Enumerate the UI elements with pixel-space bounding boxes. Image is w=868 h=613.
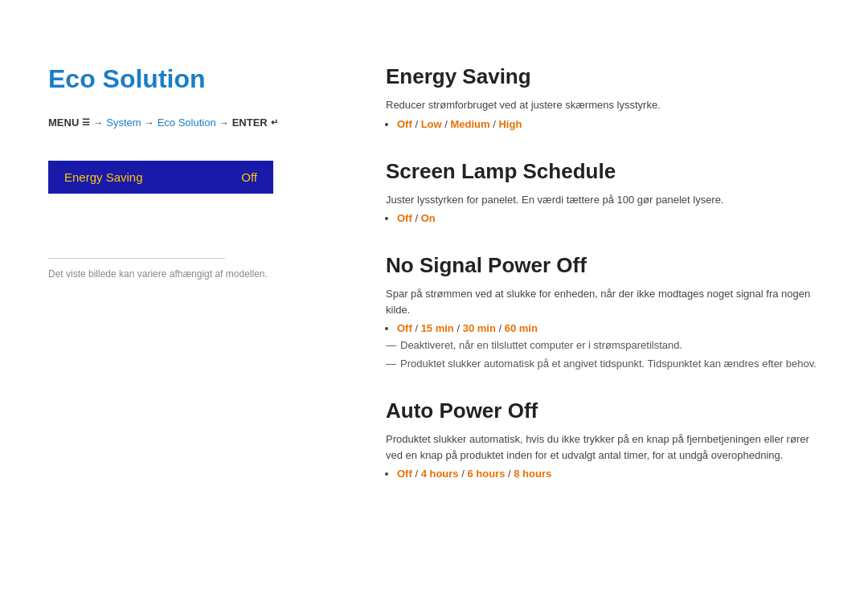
- option-sep2: /: [459, 468, 468, 480]
- section-screen-lamp: Screen Lamp Schedule Juster lysstyrken f…: [386, 159, 820, 225]
- note-auto-off: Produktet slukker automatisk på et angiv…: [386, 358, 820, 370]
- section-auto-power-off: Auto Power Off Produktet slukker automat…: [386, 398, 820, 480]
- breadcrumb-eco: Eco Solution: [158, 116, 216, 129]
- option-8hours: 8 hours: [514, 468, 551, 480]
- option-sep: /: [412, 118, 421, 130]
- section-options-screen-lamp: Off / On: [386, 212, 820, 224]
- list-item: Off / On: [397, 212, 820, 224]
- list-item: Off / 15 min / 30 min / 60 min: [397, 322, 820, 334]
- menu-item-value: Off: [241, 170, 257, 184]
- breadcrumb-arrow-1: →: [93, 117, 103, 129]
- option-60min: 60 min: [505, 322, 538, 334]
- breadcrumb-enter: ENTER: [232, 116, 268, 129]
- option-sep3: /: [490, 118, 499, 130]
- option-medium: Medium: [450, 118, 489, 130]
- page-title: Eco Solution: [48, 64, 305, 94]
- option-high: High: [498, 118, 522, 130]
- section-no-signal: No Signal Power Off Spar på strømmen ved…: [386, 253, 820, 370]
- section-desc-energy-saving: Reducer strømforbruget ved at justere sk…: [386, 97, 820, 113]
- option-30min: 30 min: [463, 322, 496, 334]
- note-deactivated: Deaktiveret, når en tilsluttet computer …: [386, 339, 820, 351]
- section-title-screen-lamp: Screen Lamp Schedule: [386, 159, 820, 184]
- option-off: Off: [397, 468, 412, 480]
- list-item: Off / Low / Medium / High: [397, 118, 820, 130]
- section-desc-screen-lamp: Juster lysstyrken for panelet. En værdi …: [386, 192, 820, 208]
- option-15min: 15 min: [421, 322, 454, 334]
- option-sep: /: [412, 468, 421, 480]
- breadcrumb-system: System: [106, 116, 141, 129]
- menu-item-energy-saving[interactable]: Energy Saving Off: [48, 161, 273, 194]
- section-title-no-signal: No Signal Power Off: [386, 253, 820, 278]
- section-options-auto-power-off: Off / 4 hours / 6 hours / 8 hours: [386, 468, 820, 480]
- image-note: Det viste billede kan variere afhængigt …: [48, 268, 305, 280]
- option-low: Low: [421, 118, 442, 130]
- option-4hours: 4 hours: [421, 468, 459, 480]
- option-off: Off: [397, 212, 412, 224]
- option-on: On: [421, 212, 436, 224]
- enter-icon: ↵: [271, 117, 278, 128]
- left-panel: Eco Solution MENU ☰ → System → Eco Solut…: [48, 64, 338, 565]
- option-off: Off: [397, 118, 412, 130]
- option-sep3: /: [505, 468, 514, 480]
- right-panel: Energy Saving Reducer strømforbruget ved…: [338, 64, 820, 565]
- section-energy-saving: Energy Saving Reducer strømforbruget ved…: [386, 64, 820, 130]
- section-desc-auto-power-off: Produktet slukker automatisk, hvis du ik…: [386, 431, 820, 463]
- menu-item-label: Energy Saving: [64, 170, 143, 184]
- option-sep: /: [412, 322, 421, 334]
- breadcrumb-arrow-3: →: [219, 117, 229, 129]
- section-title-auto-power-off: Auto Power Off: [386, 398, 820, 423]
- divider: [48, 258, 225, 259]
- option-6hours: 6 hours: [467, 468, 505, 480]
- option-sep: /: [412, 212, 421, 224]
- option-sep3: /: [496, 322, 505, 334]
- breadcrumb: MENU ☰ → System → Eco Solution → ENTER ↵: [48, 116, 305, 129]
- option-off: Off: [397, 322, 412, 334]
- breadcrumb-menu: MENU: [48, 116, 79, 129]
- list-item: Off / 4 hours / 6 hours / 8 hours: [397, 468, 820, 480]
- breadcrumb-arrow-2: →: [145, 117, 154, 129]
- menu-icon: ☰: [82, 117, 90, 128]
- section-title-energy-saving: Energy Saving: [386, 64, 820, 89]
- option-sep2: /: [454, 322, 463, 334]
- section-options-energy-saving: Off / Low / Medium / High: [386, 118, 820, 130]
- section-options-no-signal: Off / 15 min / 30 min / 60 min: [386, 322, 820, 334]
- option-sep2: /: [442, 118, 451, 130]
- section-desc-no-signal: Spar på strømmen ved at slukke for enhed…: [386, 286, 820, 317]
